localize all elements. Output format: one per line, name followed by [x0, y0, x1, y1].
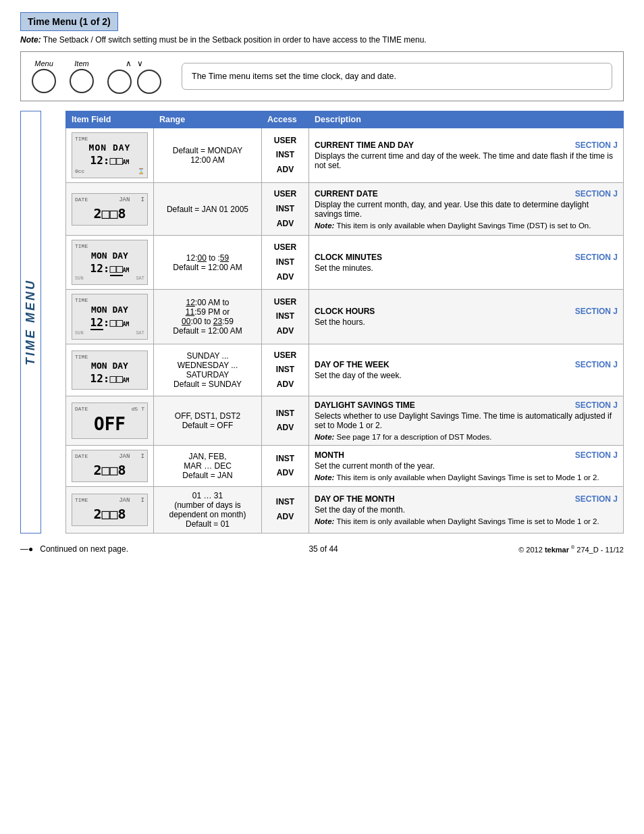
- note-text: The Setback / Off switch setting must be…: [43, 35, 427, 45]
- copyright-year: © 2012: [518, 545, 543, 553]
- arrow-group: ∧ ∨: [107, 59, 161, 94]
- item-field-cell: TIMEJAN I 2□□8: [66, 487, 154, 533]
- desc-section: SECTION J: [575, 494, 618, 504]
- desc-title: MONTH: [315, 450, 344, 460]
- page-number: 35 of 44: [308, 544, 338, 554]
- description-cell: DAY OF THE MONTH SECTION J Set the day o…: [309, 487, 624, 533]
- arrow-labels-row: ∧ ∨: [126, 59, 143, 68]
- desc-title: CURRENT DATE: [315, 189, 378, 199]
- range-cell: SUNDAY ...WEDNESDAY ...SATURDAYDefault =…: [154, 344, 262, 396]
- description-cell: CURRENT TIME AND DAY SECTION J Displays …: [309, 128, 624, 183]
- range-cell: 01 … 31(number of days isdependent on mo…: [154, 487, 262, 533]
- col-header-range: Range: [154, 111, 262, 128]
- desc-title: CLOCK HOURS: [315, 307, 375, 316]
- desc-section: SECTION J: [575, 450, 618, 460]
- access-cell: USERINSTADV: [262, 344, 309, 396]
- desc-title: DAYLIGHT SAVINGS TIME: [315, 400, 415, 410]
- desc-body: Display the current month, day, and year…: [315, 200, 618, 219]
- desc-section: SECTION J: [575, 140, 618, 150]
- range-cell: Default = JAN 01 2005: [154, 183, 262, 236]
- item-field-cell: TIME MON DAY 12:□□AM SUNSAT: [66, 236, 154, 290]
- item-field-cell: DATEJAN I 2□□8: [66, 446, 154, 487]
- copyright: © 2012 tekmar ® 274_D - 11/12: [518, 545, 624, 554]
- desc-note: Note: This item is only available when D…: [315, 221, 618, 230]
- range-cell: 12:00 to :59Default = 12:00 AM: [154, 236, 262, 290]
- desc-body: Displays the current time and day of the…: [315, 151, 618, 170]
- menu-btn-group: Menu: [32, 59, 56, 93]
- desc-section: SECTION J: [575, 307, 618, 316]
- controls-area: Menu Item ∧ ∨ The Time menu items set th…: [20, 51, 624, 101]
- arrow-down-button[interactable]: [137, 70, 161, 94]
- desc-note: Note: This item is only available when D…: [315, 517, 618, 525]
- brand-name: tekmar: [545, 545, 569, 553]
- menu-button[interactable]: [32, 69, 56, 93]
- footer: —● Continued on next page. 35 of 44 © 20…: [20, 544, 624, 554]
- item-field-cell: TIME MON DAY 12:□□AM 0cc⌛: [66, 128, 154, 183]
- desc-title: DAY OF THE WEEK: [315, 360, 390, 369]
- item-field-cell: DATEd5 T OFF: [66, 396, 154, 446]
- desc-section: SECTION J: [575, 360, 618, 369]
- desc-body: Set the day of the week.: [315, 371, 618, 380]
- description-cell: CURRENT DATE SECTION J Display the curre…: [309, 183, 624, 236]
- continued-label: Continued on next page.: [40, 544, 128, 554]
- range-cell: Default = MONDAY12:00 AM: [154, 128, 262, 183]
- col-header-access: Access: [262, 111, 309, 128]
- range-cell: 12:00 AM to11:59 PM or00:00 to 23:59Defa…: [154, 290, 262, 344]
- access-cell: INSTADV: [262, 446, 309, 487]
- desc-title: CLOCK MINUTES: [315, 253, 382, 262]
- desc-body: Set the current month of the year.: [315, 461, 618, 471]
- desc-header: DAYLIGHT SAVINGS TIME SECTION J: [315, 400, 618, 410]
- arrow-down-label: ∨: [137, 59, 143, 68]
- access-cell: USERINSTADV: [262, 236, 309, 290]
- desc-section: SECTION J: [575, 189, 618, 199]
- item-btn-group: Item: [70, 59, 94, 93]
- col-header-description: Description: [309, 111, 624, 128]
- desc-title: DAY OF THE MONTH: [315, 494, 395, 504]
- arrow-btns: [107, 70, 161, 94]
- item-label: Item: [74, 59, 88, 68]
- desc-section: SECTION J: [575, 253, 618, 262]
- page-title: Time Menu (1 of 2): [20, 12, 118, 31]
- desc-body: Set the day of the month.: [315, 505, 618, 515]
- item-button[interactable]: [70, 69, 94, 93]
- page: Time Menu (1 of 2) Note: The Setback / O…: [0, 0, 644, 567]
- desc-title: CURRENT TIME AND DAY: [315, 140, 414, 150]
- desc-section: SECTION J: [575, 400, 618, 410]
- access-cell: USERINSTADV: [262, 290, 309, 344]
- desc-header: CURRENT TIME AND DAY SECTION J: [315, 140, 618, 150]
- desc-header: DAY OF THE MONTH SECTION J: [315, 494, 618, 504]
- description-cell: DAYLIGHT SAVINGS TIME SECTION J Selects …: [309, 396, 624, 446]
- continued-text: —● Continued on next page.: [20, 544, 128, 554]
- description-cell: DAY OF THE WEEK SECTION J Set the day of…: [309, 344, 624, 396]
- item-field-cell: DATEJAN I 2□□8: [66, 183, 154, 236]
- desc-note: Note: See page 17 for a description of D…: [315, 433, 618, 441]
- range-cell: JAN, FEB,MAR … DECDefault = JAN: [154, 446, 262, 487]
- desc-header: CLOCK HOURS SECTION J: [315, 307, 618, 316]
- desc-header: MONTH SECTION J: [315, 450, 618, 460]
- desc-body: Selects whether to use Daylight Savings …: [315, 411, 618, 430]
- desc-header: CURRENT DATE SECTION J: [315, 189, 618, 199]
- access-cell: INSTADV: [262, 487, 309, 533]
- menu-label: Menu: [34, 59, 53, 68]
- access-cell: INSTADV: [262, 396, 309, 446]
- description-cell: CLOCK HOURS SECTION J Set the hours.: [309, 290, 624, 344]
- arrow-up-button[interactable]: [107, 70, 132, 94]
- desc-note: Note: This item is only available when D…: [315, 473, 618, 481]
- description-cell: MONTH SECTION J Set the current month of…: [309, 446, 624, 487]
- desc-body: Set the hours.: [315, 317, 618, 327]
- arrow-up-label: ∧: [126, 59, 132, 68]
- col-header-item-field: Item Field: [66, 111, 154, 128]
- main-table: Item Field Range Access Description TIME…: [65, 111, 624, 533]
- table-wrapper: TIME MENU Item Field Range Access Descri…: [20, 111, 624, 533]
- desc-header: DAY OF THE WEEK SECTION J: [315, 360, 618, 369]
- note-line: Note: The Setback / Off switch setting m…: [20, 35, 624, 45]
- range-cell: OFF, DST1, DST2Default = OFF: [154, 396, 262, 446]
- model-number: 274_D - 11/12: [576, 545, 624, 553]
- item-field-cell: TIME MON DAY 12:□□AM: [66, 344, 154, 396]
- description-cell: CLOCK MINUTES SECTION J Set the minutes.: [309, 236, 624, 290]
- desc-body: Set the minutes.: [315, 263, 618, 273]
- item-field-cell: TIME MON DAY 12:□□AM SUNSAT: [66, 290, 154, 344]
- access-cell: USERINSTADV: [262, 183, 309, 236]
- controls-description: The Time menu items set the time clock, …: [182, 63, 612, 90]
- desc-header: CLOCK MINUTES SECTION J: [315, 253, 618, 262]
